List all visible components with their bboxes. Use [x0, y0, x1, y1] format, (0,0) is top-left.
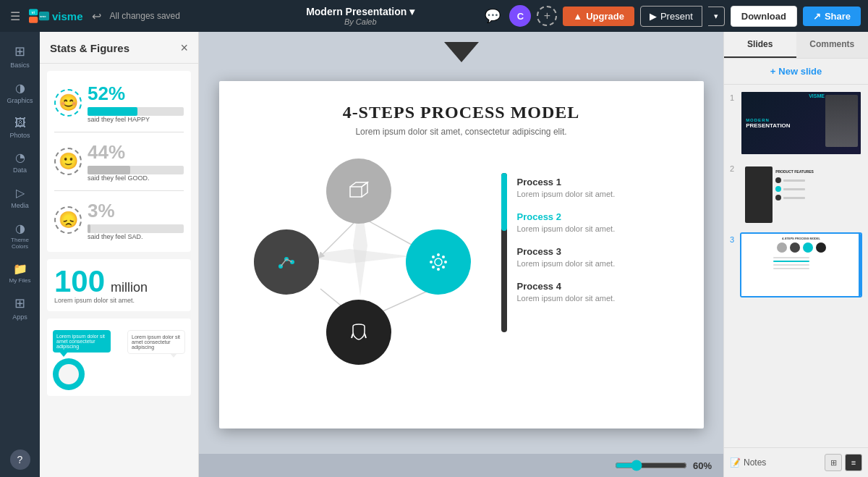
sidebar-label-my-files: My Files [9, 278, 31, 284]
new-slide-button[interactable]: + New slide [724, 59, 868, 85]
menu-button[interactable]: ☰ [7, 7, 23, 26]
grid-view-button[interactable]: ⊞ [825, 454, 842, 471]
divider-2 [54, 190, 184, 191]
preview-image-1 [825, 95, 858, 147]
process-title-3: Process 3 [517, 246, 616, 257]
tab-slides[interactable]: Slides [724, 32, 796, 58]
title-dropdown-icon: ▾ [409, 6, 414, 17]
process-item-1: Process 1 Lorem ipsum dolor sit amet. [517, 177, 616, 198]
avatar: C [509, 5, 531, 27]
play-icon: ▶ [650, 11, 657, 22]
stat-bar-happy: 52% said they feel HAPPY [88, 83, 184, 123]
process-item-4: Process 4 Lorem ipsum dolor sit amet. [517, 281, 616, 303]
svg-point-17 [437, 268, 440, 271]
sidebar-label-apps: Apps [12, 313, 27, 321]
stat-row-happy: 😊 52% said they feel HAPPY [54, 78, 184, 127]
slide-arrow [444, 42, 479, 62]
sidebar-item-photos[interactable]: 🖼 Photos [0, 111, 40, 145]
preview-dots-2 [775, 177, 857, 200]
add-collaborator-button[interactable]: + [537, 6, 557, 26]
stat-fill-sad [88, 224, 90, 233]
sidebar-item-theme-colors[interactable]: ◑ Theme Colors [0, 216, 40, 256]
process-diagram [241, 151, 487, 354]
undo-button[interactable]: ↩ [89, 7, 104, 26]
stat-pct-sad: 3% [88, 200, 184, 222]
cube-icon [346, 178, 372, 204]
stats-million-card[interactable]: 100 million Lorem ipsum dolor sit amet. [47, 259, 191, 311]
notes-label: Notes [744, 457, 766, 468]
stat-bar-sad: 3% said they feel SAD. [88, 200, 184, 240]
preview-c2 [790, 242, 800, 253]
svg-text:sme: sme [40, 14, 46, 18]
stats-speech-card[interactable]: Lorem ipsum dolor sit amet consectetur a… [47, 318, 191, 396]
topbar-left: ☰ vi sme visme ↩ All changes saved [7, 7, 239, 26]
sidebar-item-basics[interactable]: ⊞ Basics [0, 38, 40, 75]
sidebar-item-data[interactable]: ◔ Data [0, 145, 40, 180]
svg-point-15 [435, 258, 442, 266]
speech-bubble-white: Lorem ipsum dolor sit amet consectetur a… [127, 330, 185, 354]
process-circle-3 [406, 229, 471, 295]
panel-close-button[interactable]: × [180, 41, 188, 56]
svg-point-20 [432, 256, 435, 258]
stat-label-happy: said they feel HAPPY [88, 116, 184, 123]
preview-dot-row-2c [775, 195, 857, 200]
topbar-right: 💬 C + ▲ Upgrade ▶ Present ▾ Download ↗ S… [482, 5, 861, 27]
upgrade-button[interactable]: ▲ Upgrade [563, 7, 634, 26]
sad-icon: 😞 [54, 206, 82, 234]
slide-subtitle: Lorem ipsum dolor sit amet, consectetur … [355, 127, 566, 137]
happy-icon: 😊 [54, 89, 82, 117]
preview-bar-3 [783, 197, 805, 199]
preview-dot-2 [775, 186, 781, 192]
slide-canvas[interactable]: 4-STEPS PROCESS MODEL Lorem ipsum dolor … [219, 81, 704, 429]
canvas-area: 4-STEPS PROCESS MODEL Lorem ipsum dolor … [199, 32, 723, 477]
process-desc-3: Lorem ipsum dolor sit amet. [517, 259, 616, 268]
present-button[interactable]: ▶ Present [640, 6, 702, 27]
stat-row-sad: 😞 3% said they feel SAD. [54, 195, 184, 245]
slide-preview-3[interactable]: 4-STEPS PROCESS MODEL [740, 232, 862, 297]
slide-preview-2[interactable]: PRODUCT FEATURES [740, 161, 862, 227]
stat-track-sad [88, 224, 184, 233]
list-view-button[interactable]: ≡ [845, 454, 862, 471]
sidebar-item-apps[interactable]: ⊞ Apps [0, 290, 40, 327]
process-right: Process 1 Lorem ipsum dolor sit amet. Pr… [501, 173, 616, 332]
stat-label-good: said they feel GOOD. [88, 174, 184, 182]
comment-button[interactable]: 💬 [482, 5, 503, 27]
data-icon: ◔ [15, 151, 25, 164]
notes-icon: 📝 [730, 457, 741, 468]
slide-thumb-2[interactable]: 2 PRODUCT FEATURES [730, 161, 862, 227]
slide-thumb-3[interactable]: 3 4-STEPS PROCESS MODEL [730, 232, 862, 297]
notes-button[interactable]: 📝 Notes [730, 457, 766, 468]
big-word: million [111, 280, 148, 295]
svg-point-19 [444, 261, 447, 263]
divider-1 [54, 132, 184, 132]
plus-icon: + [770, 66, 776, 77]
good-icon: 🙂 [54, 148, 82, 175]
slide-thumb-1[interactable]: 1 MODERN PRESENTATION VISME [730, 90, 862, 156]
presentation-title[interactable]: Modern Presentation ▾ [306, 6, 414, 17]
share-button[interactable]: ↗ Share [803, 7, 861, 26]
tab-comments[interactable]: Comments [796, 32, 869, 58]
speech-left: Lorem ipsum dolor sit amet consectetur a… [53, 330, 117, 390]
sidebar-label-theme-colors: Theme Colors [3, 237, 37, 250]
help-button[interactable]: ? [10, 449, 30, 470]
stats-happiness-card[interactable]: 😊 52% said they feel HAPPY 🙂 44% [47, 71, 191, 252]
slide-preview-1[interactable]: MODERN PRESENTATION VISME [740, 90, 862, 156]
preview-info-2: PRODUCT FEATURES [775, 166, 857, 221]
stat-row-good: 🙂 44% said they feel GOOD. [54, 137, 184, 186]
download-button[interactable]: Download [731, 6, 797, 27]
basics-icon: ⊞ [14, 43, 25, 59]
sidebar-item-graphics[interactable]: ◑ Graphics [0, 75, 40, 111]
zoom-slider[interactable] [615, 460, 687, 471]
visme-logo: vi sme visme [29, 9, 83, 23]
main-area: ⊞ Basics ◑ Graphics 🖼 Photos ◔ Data ▷ Me… [0, 32, 868, 477]
upgrade-icon: ▲ [573, 11, 582, 22]
sidebar-item-media[interactable]: ▷ Media [0, 180, 40, 216]
stat-fill-good [88, 166, 130, 174]
sidebar-bottom: 📝 Notes ⊞ ≡ [724, 447, 868, 477]
active-slide-indicator [859, 234, 861, 296]
sidebar-item-my-files[interactable]: 📁 My Files [0, 256, 40, 290]
process-bar [501, 173, 507, 332]
visme-logo-icon: vi sme [29, 9, 49, 23]
present-dropdown-button[interactable]: ▾ [708, 7, 725, 26]
preview-content-2: PRODUCT FEATURES [741, 163, 861, 225]
